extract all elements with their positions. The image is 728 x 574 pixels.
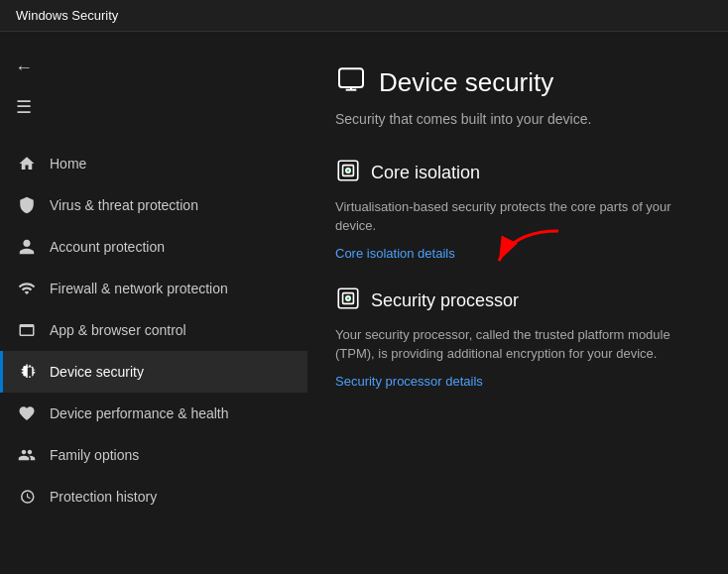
core-isolation-section: Core isolation Virtualisation-based secu… [335,158,700,262]
sidebar-item-app-browser[interactable]: App & browser control [0,309,307,351]
sidebar-item-account[interactable]: Account protection [0,226,307,268]
family-icon [16,444,38,466]
back-button[interactable]: ← [4,48,44,87]
sidebar-item-home[interactable]: Home [0,143,307,184]
heart-icon [16,402,38,424]
security-processor-title: Security processor [371,290,519,311]
sidebar-label-home: Home [50,156,86,172]
sidebar-item-virus[interactable]: Virus & threat protection [0,184,307,226]
core-isolation-link[interactable]: Core isolation details [335,246,455,261]
sidebar-label-device-security: Device security [50,364,144,380]
sidebar-label-app-browser: App & browser control [50,322,186,338]
sidebar-label-account: Account protection [50,239,165,255]
svg-point-5 [346,168,350,172]
security-processor-section: Security processor Your security process… [335,286,700,390]
page-header-icon [335,63,367,102]
sidebar-item-firewall[interactable]: Firewall & network protection [0,268,307,309]
core-isolation-title: Core isolation [371,163,480,183]
sidebar-item-family[interactable]: Family options [0,434,307,476]
sidebar-top-controls: ← ☰ [0,40,307,135]
page-subtitle: Security that comes built into your devi… [335,110,700,130]
menu-button[interactable]: ☰ [4,87,44,127]
page-header: Device security [335,63,700,102]
sidebar-item-device-security[interactable]: Device security [0,351,307,393]
sidebar-label-protection-history: Protection history [50,489,157,505]
security-processor-desc: Your security processor, called the trus… [335,325,700,364]
person-icon [16,236,38,258]
svg-rect-0 [339,68,363,87]
red-arrow-indicator [494,226,563,275]
svg-point-9 [346,295,350,299]
sidebar-label-firewall: Firewall & network protection [50,281,228,296]
sidebar-label-device-performance: Device performance & health [50,405,229,421]
security-processor-icon [335,286,361,317]
security-processor-link[interactable]: Security processor details [335,374,483,389]
sidebar-label-virus: Virus & threat protection [50,197,198,213]
home-icon [16,153,38,174]
sidebar-navigation: Home Virus & threat protection Account p… [0,143,307,517]
wifi-icon [16,278,38,299]
app-title: Windows Security [16,8,118,23]
title-bar: Windows Security [0,0,728,32]
page-title: Device security [379,67,553,98]
content-area: Device security Security that comes buil… [307,32,728,574]
sidebar-item-protection-history[interactable]: Protection history [0,476,307,517]
sidebar: ← ☰ Home Virus & threat protection [0,32,307,574]
security-processor-header: Security processor [335,286,700,317]
core-isolation-link-container: Core isolation details [335,244,455,262]
sidebar-item-device-performance[interactable]: Device performance & health [0,393,307,434]
sidebar-label-family: Family options [50,447,139,463]
window-icon [16,319,38,341]
shield-icon [16,194,38,216]
clock-icon [16,486,38,508]
main-layout: ← ☰ Home Virus & threat protection [0,32,728,574]
chip-icon [19,361,41,383]
core-isolation-icon [335,158,361,189]
core-isolation-header: Core isolation [335,158,700,189]
